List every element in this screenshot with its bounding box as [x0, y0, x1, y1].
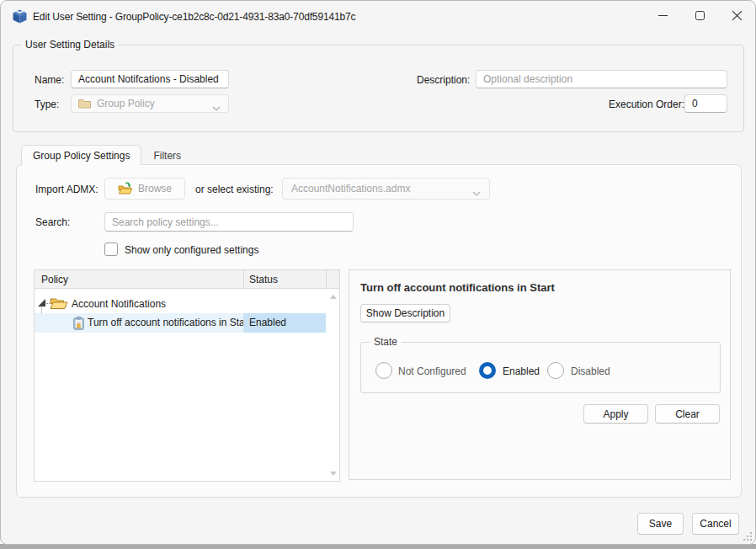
search-label: Search:	[35, 216, 70, 228]
folder-icon	[78, 99, 91, 109]
edit-user-setting-window: Edit User Setting - GroupPolicy-ce1b2c8c…	[0, 0, 756, 545]
tree-expander-icon[interactable]	[38, 299, 45, 306]
show-description-button[interactable]: Show Description	[360, 304, 450, 322]
tree-policy-status-cell[interactable]: Enabled	[243, 313, 326, 333]
user-setting-details-legend: User Setting Details	[21, 39, 119, 51]
group-policy-tab-panel: Import ADMX: Browse or select existing: …	[16, 164, 742, 498]
tree-header: Policy Status	[35, 270, 339, 289]
policy-detail-title: Turn off account notifications in Start	[360, 281, 555, 294]
or-select-existing-label: or select existing:	[195, 184, 274, 195]
execution-order-input[interactable]	[684, 94, 727, 113]
search-input[interactable]	[104, 212, 354, 232]
window-title: Edit User Setting - GroupPolicy-ce1b2c8c…	[33, 11, 355, 23]
minimize-icon	[658, 15, 668, 16]
save-button[interactable]: Save	[637, 513, 684, 535]
show-configured-checkbox[interactable]	[104, 243, 118, 256]
admx-select[interactable]: AccountNotifications.admx	[282, 178, 490, 200]
open-folder-icon	[50, 296, 68, 313]
column-separator[interactable]	[243, 270, 244, 289]
radio-not-configured[interactable]	[375, 362, 392, 379]
type-select[interactable]: Group Policy	[71, 94, 229, 113]
user-setting-details-group	[13, 45, 744, 132]
tab-strip: Group Policy Settings Filters	[21, 145, 193, 165]
tree-policy-label[interactable]: Turn off account notifications in Sta	[88, 313, 243, 333]
app-icon	[13, 9, 27, 24]
scrollbar-up-icon[interactable]	[330, 295, 337, 299]
status-column-header[interactable]: Status	[249, 274, 278, 285]
maximize-button[interactable]	[681, 1, 718, 29]
radio-disabled[interactable]	[547, 362, 564, 379]
description-label: Description:	[417, 74, 470, 86]
tree-row-policy[interactable]: Turn off account notifications in Sta En…	[35, 313, 326, 333]
chevron-down-icon	[212, 102, 221, 114]
show-configured-label: Show only configured settings	[125, 244, 258, 256]
radio-enabled[interactable]	[479, 362, 496, 379]
tab-group-policy-settings[interactable]: Group Policy Settings	[21, 145, 141, 165]
type-label: Type:	[35, 99, 59, 110]
type-select-value: Group Policy	[97, 98, 155, 109]
close-icon	[732, 10, 743, 21]
state-legend: State	[370, 336, 402, 348]
execution-order-label: Execution Order:	[609, 99, 684, 110]
folder-import-icon	[118, 182, 133, 195]
radio-enabled-label[interactable]: Enabled	[503, 365, 540, 377]
minimize-button[interactable]	[644, 1, 681, 29]
tree-row-root[interactable]: Account Notifications	[35, 294, 326, 313]
apply-button[interactable]: Apply	[583, 404, 648, 424]
name-label: Name:	[35, 74, 64, 86]
maximize-icon	[695, 11, 705, 20]
policy-detail-panel: Turn off account notifications in Start …	[349, 269, 731, 480]
policy-clipboard-icon	[73, 317, 84, 333]
clear-button[interactable]: Clear	[655, 404, 720, 424]
browse-button-label: Browse	[138, 183, 172, 195]
cancel-button[interactable]: Cancel	[692, 513, 739, 535]
radio-not-configured-label[interactable]: Not Configured	[398, 365, 466, 377]
name-input[interactable]	[71, 70, 229, 88]
resize-grip[interactable]	[743, 532, 752, 541]
close-button[interactable]	[718, 1, 755, 29]
admx-select-value: AccountNotifications.admx	[291, 183, 410, 195]
tab-filters[interactable]: Filters	[141, 145, 193, 165]
policy-tree-panel: Policy Status Account Notificat	[34, 269, 340, 482]
scrollbar-down-icon[interactable]	[330, 472, 337, 476]
import-admx-label: Import ADMX:	[35, 184, 98, 195]
column-separator	[326, 270, 327, 289]
browse-button[interactable]: Browse	[104, 178, 185, 200]
description-input[interactable]	[476, 70, 727, 88]
titlebar[interactable]: Edit User Setting - GroupPolicy-ce1b2c8c…	[1, 1, 755, 31]
tree-root-label[interactable]: Account Notifications	[72, 298, 166, 310]
radio-disabled-label[interactable]: Disabled	[571, 365, 610, 377]
chevron-down-icon	[472, 187, 481, 199]
screen: Edit User Setting - GroupPolicy-ce1b2c8c…	[0, 0, 756, 549]
policy-column-header[interactable]: Policy	[41, 274, 68, 285]
